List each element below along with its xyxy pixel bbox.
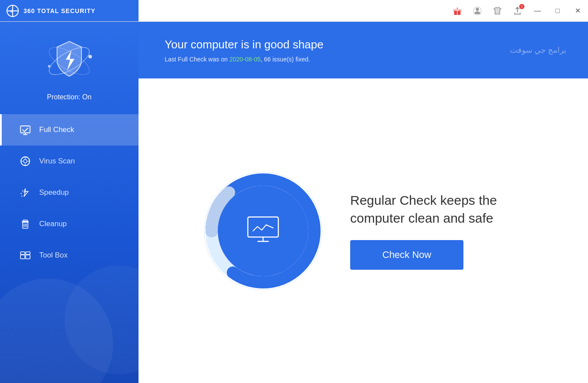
gift-icon-button[interactable] (449, 2, 466, 20)
nav-item-cleanup[interactable]: Cleanup (0, 208, 139, 240)
svg-rect-14 (20, 126, 30, 133)
donut-svg (202, 170, 324, 292)
check-now-button[interactable]: Check Now (350, 240, 463, 270)
svg-line-25 (22, 190, 23, 191)
full-check-label: Full Check (39, 125, 74, 134)
sidebar: Protection: On Full Check (0, 22, 139, 383)
cleanup-icon (19, 218, 31, 230)
titlebar: + 360 TOTAL SECURITY (0, 0, 588, 22)
app-logo-icon: + (6, 4, 19, 17)
account-icon-button[interactable] (469, 2, 486, 20)
content-tagline: Regular Check keeps the computer clean a… (350, 192, 524, 227)
speedup-icon (19, 186, 31, 199)
titlebar-right: 1 — □ ✕ (449, 2, 588, 20)
svg-line-23 (21, 196, 22, 197)
nav-item-speedup[interactable]: Speedup (0, 177, 139, 208)
toolbox-icon (19, 249, 31, 261)
nav-item-virus-scan[interactable]: Virus Scan (0, 146, 139, 177)
svg-rect-34 (20, 252, 25, 254)
maximize-button[interactable]: □ (549, 2, 566, 20)
subtitle-prefix: Last Full Check was on (165, 56, 230, 63)
active-bar (0, 114, 2, 146)
svg-text:+: + (10, 8, 13, 14)
toolbox-label: Tool Box (39, 251, 68, 260)
minimize-button[interactable]: — (529, 2, 546, 20)
svg-point-8 (476, 7, 479, 10)
nav-item-full-check[interactable]: Full Check (0, 114, 139, 146)
content-body: Regular Check keeps the computer clean a… (139, 78, 588, 383)
status-date: 2020-08-05 (230, 56, 261, 63)
close-button[interactable]: ✕ (569, 2, 586, 20)
watermark-text: برامج جي سوفت (510, 45, 566, 55)
content-area: Your computer is in good shape Last Full… (139, 22, 588, 383)
donut-chart (202, 170, 324, 292)
shield-logo (43, 35, 95, 87)
virus-scan-label: Virus Scan (39, 157, 75, 166)
shirt-icon-button[interactable] (489, 2, 506, 20)
svg-point-13 (48, 65, 51, 68)
nav-item-tool-box[interactable]: Tool Box (0, 240, 139, 271)
svg-rect-32 (20, 255, 25, 259)
status-banner: Your computer is in good shape Last Full… (139, 22, 588, 78)
svg-point-18 (24, 159, 27, 163)
app-title: 360 TOTAL SECURITY (24, 7, 95, 14)
speedup-label: Speedup (39, 188, 69, 197)
main-layout: Protection: On Full Check (0, 22, 588, 383)
protection-status: Protection: On (47, 93, 91, 101)
cleanup-label: Cleanup (39, 220, 67, 228)
upload-icon-button[interactable]: 1 (509, 2, 526, 20)
svg-rect-33 (26, 255, 30, 259)
status-subtitle: Last Full Check was on 2020-08-05, 66 is… (165, 56, 324, 63)
virus-scan-icon (19, 155, 31, 167)
full-check-icon (19, 124, 31, 136)
subtitle-suffix: , 66 issue(s) fixed. (260, 56, 310, 63)
content-right: Regular Check keeps the computer clean a… (350, 192, 524, 270)
svg-point-12 (88, 55, 92, 58)
svg-rect-35 (26, 252, 30, 254)
titlebar-left: + 360 TOTAL SECURITY (0, 0, 139, 21)
status-text-block: Your computer is in good shape Last Full… (165, 38, 324, 63)
svg-point-40 (218, 186, 308, 276)
status-title: Your computer is in good shape (165, 38, 324, 51)
notification-badge: 1 (519, 4, 524, 9)
